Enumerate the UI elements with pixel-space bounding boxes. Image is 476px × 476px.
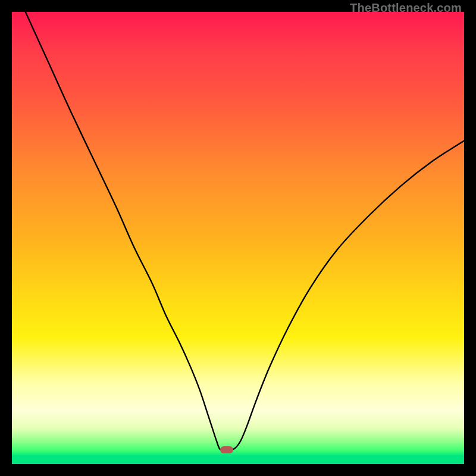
bottleneck-curve-path [26, 12, 464, 450]
plot-area [12, 12, 464, 464]
chart-frame: TheBottleneck.com [0, 0, 476, 476]
curve-layer [12, 12, 464, 464]
optimum-marker [220, 446, 233, 453]
